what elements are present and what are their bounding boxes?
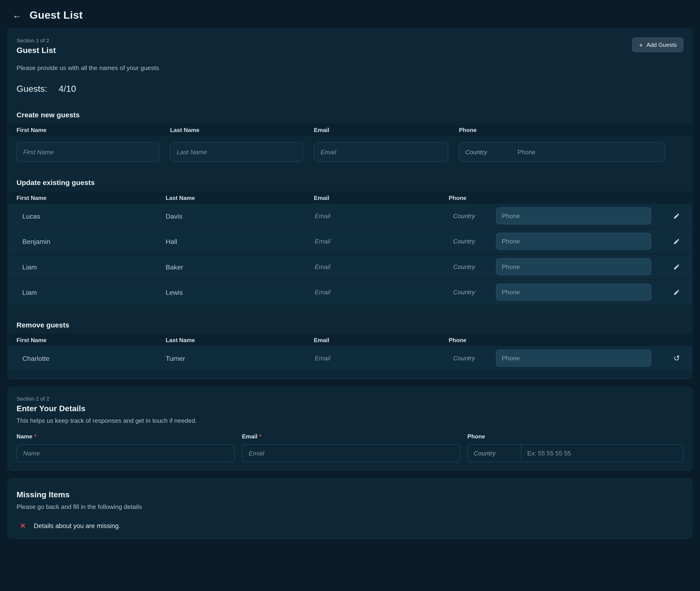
removed-guest-row: Charlotte Turner Country ↺ xyxy=(8,346,692,370)
edit-guest-button[interactable] xyxy=(672,236,682,246)
page-title: Guest List xyxy=(30,9,83,21)
guest-phone-input[interactable] xyxy=(496,350,651,367)
phone-field: Phone Country xyxy=(467,433,684,462)
error-x-icon: ✕ xyxy=(20,522,26,530)
guest-first-name: Lucas xyxy=(16,212,166,219)
guest-first-name: Liam xyxy=(16,288,166,296)
missing-item-text: Details about you are missing. xyxy=(34,522,120,529)
guest-last-name: Hall xyxy=(166,238,314,245)
add-guests-button[interactable]: + Add Guests xyxy=(632,38,684,52)
name-label: Name* xyxy=(16,433,235,440)
guest-country-select[interactable]: Country xyxy=(449,212,496,219)
undo-icon: ↺ xyxy=(674,354,680,363)
col-last-name: Last Name xyxy=(166,194,314,201)
section1-header: Section 1 of 2 Guest List xyxy=(16,38,56,55)
page: ← Guest List Section 1 of 2 Guest List +… xyxy=(0,0,700,591)
required-asterisk: * xyxy=(259,433,262,440)
create-guests-heading: Create new guests xyxy=(16,111,684,119)
edit-guest-button[interactable] xyxy=(672,287,682,297)
guest-email-input[interactable] xyxy=(314,237,434,245)
back-button[interactable]: ← xyxy=(10,9,24,21)
col-phone: Phone xyxy=(449,194,684,201)
guests-counter: Guests: 4/10 xyxy=(16,84,684,94)
guest-row: Benjamin Hall Country xyxy=(8,229,692,253)
restore-guest-button[interactable]: ↺ xyxy=(672,352,682,364)
phone-input[interactable] xyxy=(521,445,683,462)
create-guest-row: Country xyxy=(16,142,684,162)
section-title: Enter Your Details xyxy=(16,404,684,413)
edit-guest-button[interactable] xyxy=(672,211,682,221)
pencil-icon xyxy=(673,263,680,270)
col-email: Email xyxy=(314,126,459,133)
section1-description: Please provide us with all the names of … xyxy=(16,64,684,71)
guest-row: Lucas Davis Country xyxy=(8,204,692,228)
update-table-header: First Name Last Name Email Phone xyxy=(8,191,692,204)
guest-country-select[interactable]: Country xyxy=(449,289,496,296)
pencil-icon xyxy=(673,238,680,245)
col-last-name: Last Name xyxy=(170,126,314,133)
missing-item: ✕ Details about you are missing. xyxy=(16,522,684,530)
guest-country-select[interactable]: Country xyxy=(449,355,496,362)
guest-phone-cell: Country xyxy=(449,280,684,304)
guest-row: Liam Lewis Country xyxy=(8,280,692,304)
new-phone-group: Country xyxy=(459,142,665,162)
section-indicator: Section 2 of 2 xyxy=(16,396,684,402)
phone-label: Phone xyxy=(467,433,684,440)
country-select[interactable]: Country xyxy=(468,445,521,462)
details-form: Name* Email* Phone Country xyxy=(16,433,684,462)
missing-items-title: Missing Items xyxy=(16,490,684,500)
guest-row: Liam Baker Country xyxy=(8,255,692,279)
guests-count: 4/10 xyxy=(59,84,76,93)
update-guests-heading: Update existing guests xyxy=(16,179,684,187)
plus-icon: + xyxy=(639,42,643,48)
remove-guests-heading: Remove guests xyxy=(16,321,684,329)
remove-table-header: First Name Last Name Email Phone xyxy=(8,334,692,346)
guest-phone-input[interactable] xyxy=(496,233,651,250)
email-label: Email* xyxy=(242,433,460,440)
new-last-name-input[interactable] xyxy=(170,142,303,162)
missing-items-section: Missing Items Please go back and fill in… xyxy=(8,479,692,539)
col-last-name: Last Name xyxy=(166,336,314,343)
email-input[interactable] xyxy=(242,444,460,462)
your-details-section: Section 2 of 2 Enter Your Details This h… xyxy=(8,387,692,471)
guest-last-name: Lewis xyxy=(166,288,314,296)
name-field: Name* xyxy=(16,433,235,462)
guest-email-input[interactable] xyxy=(314,263,434,271)
guest-phone-input[interactable] xyxy=(496,207,651,224)
phone-group: Country xyxy=(467,444,684,462)
topbar: ← Guest List xyxy=(0,0,700,28)
col-first-name: First Name xyxy=(16,126,170,133)
guest-last-name: Baker xyxy=(166,263,314,270)
edit-guest-button[interactable] xyxy=(672,262,682,272)
new-country-select[interactable]: Country xyxy=(459,148,512,156)
guests-label: Guests: xyxy=(16,84,47,93)
new-phone-input[interactable] xyxy=(512,148,665,156)
guest-phone-cell: Country xyxy=(449,229,684,253)
guest-phone-input[interactable] xyxy=(496,284,651,301)
create-table-header: First Name Last Name Email Phone xyxy=(8,124,692,136)
guest-last-name: Turner xyxy=(166,354,314,362)
col-phone: Phone xyxy=(449,336,684,343)
section-indicator: Section 1 of 2 xyxy=(16,38,56,44)
arrow-left-icon: ← xyxy=(12,10,21,20)
guest-first-name: Charlotte xyxy=(16,354,166,362)
pencil-icon xyxy=(673,212,680,219)
col-phone: Phone xyxy=(459,126,684,133)
guest-list-section: Section 1 of 2 Guest List + Add Guests P… xyxy=(8,28,692,379)
col-email: Email xyxy=(314,194,449,201)
guest-country-select[interactable]: Country xyxy=(449,263,496,270)
guest-country-select[interactable]: Country xyxy=(449,238,496,245)
section-title: Guest List xyxy=(16,46,56,55)
new-email-input[interactable] xyxy=(314,142,448,162)
new-first-name-input[interactable] xyxy=(16,142,159,162)
required-asterisk: * xyxy=(34,433,37,440)
email-field: Email* xyxy=(242,433,460,462)
guest-phone-input[interactable] xyxy=(496,258,651,275)
col-first-name: First Name xyxy=(16,194,166,201)
section2-description: This helps us keep track of responses an… xyxy=(16,417,684,424)
guest-email-input[interactable] xyxy=(314,212,434,220)
guest-email-input[interactable] xyxy=(314,288,434,296)
guest-email-input[interactable] xyxy=(314,354,434,362)
guest-phone-cell: Country ↺ xyxy=(449,346,684,370)
name-input[interactable] xyxy=(16,444,235,462)
